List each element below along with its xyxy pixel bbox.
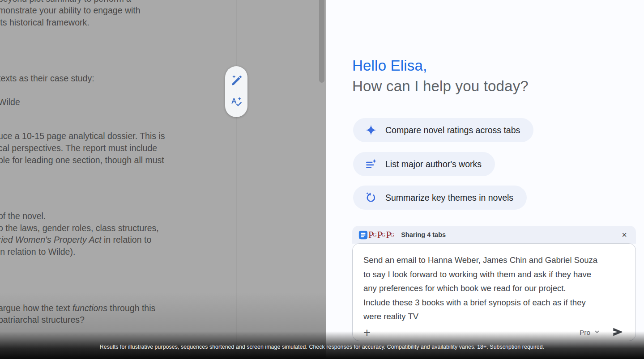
writing-tools-pill (225, 66, 247, 117)
spellcheck-spark-icon (230, 96, 243, 109)
prompt-text-line: Send an email to Hanna Weber, James Chin… (363, 253, 627, 267)
prompt-text-line: Include these 3 books with a brief synop… (363, 296, 627, 310)
gutenberg-favicon: PG (377, 230, 386, 240)
document-text-line: o the laws, gender roles, class structur… (0, 222, 159, 234)
suggestion-chip-compare-ratings[interactable]: Compare novel ratings across tabs (353, 118, 533, 142)
prompt-input-card: Send an email to Hanna Weber, James Chin… (352, 243, 636, 341)
sharing-tabs-label: Sharing 4 tabs (401, 231, 446, 238)
gemini-spark-icon (365, 124, 377, 136)
shared-tab-favicons: PG PG PG (358, 230, 394, 240)
document-text-line: argue how the text functions through thi… (0, 302, 155, 314)
pencil-spark-icon (230, 74, 243, 88)
document-text-line: patriarchal structures? (0, 314, 85, 326)
document-text-line: its historical framework. (0, 17, 90, 29)
gemini-side-panel: Hello Elisa, How can I help you today? C… (326, 0, 644, 359)
dimmed-document-backdrop: beyond plot summary to perform a monstra… (0, 0, 326, 359)
close-icon[interactable]: × (621, 230, 628, 239)
document-text-line: ble for leading one section, though all … (0, 154, 164, 166)
gutenberg-favicon: PG (368, 230, 377, 240)
document-scrollbar-thumb[interactable] (319, 0, 324, 83)
document-text-line: ried Women's Property Act in relation to (0, 234, 151, 246)
prompt-text-line: were reality TV (363, 309, 627, 324)
document-text-line: of the novel. (0, 210, 46, 222)
suggestion-chip-summarize-themes[interactable]: Summarize key themes in novels (353, 186, 527, 210)
disclaimer-text: Results for illustrative purposes, seque… (0, 344, 644, 350)
proofread-button[interactable] (230, 96, 243, 109)
document-page-divider (236, 0, 237, 359)
prompt-textarea[interactable]: Send an email to Hanna Weber, James Chin… (363, 253, 627, 324)
prompt-text-line: any preferences for which book we read f… (363, 281, 627, 296)
document-text-line: in relation to Wilde). (0, 246, 75, 258)
disclaimer-bar: Results for illustrative purposes, seque… (0, 331, 644, 359)
document-text-line: texts as their case study: (0, 72, 94, 84)
document-text-line: cal perspectives. The report must includ… (0, 142, 157, 154)
suggestion-chip-list-works[interactable]: List major author's works (353, 152, 495, 176)
sharing-tabs-bar: PG PG PG Sharing 4 tabs × (352, 226, 636, 244)
greeting: Hello Elisa, How can I help you today? (352, 55, 529, 97)
greeting-question: How can I help you today? (352, 76, 529, 97)
prompt-text-line: to say I look forward to working with th… (363, 267, 627, 282)
document-text-line: Wilde (0, 96, 20, 108)
refresh-spark-icon (365, 192, 377, 204)
gutenberg-favicon: PG (386, 230, 394, 240)
document-text-line: uce a 10-15 page analytical dossier. Thi… (0, 130, 165, 142)
help-me-write-button[interactable] (230, 75, 243, 87)
google-docs-favicon (358, 230, 368, 240)
greeting-name: Hello Elisa, (352, 55, 529, 76)
list-spark-icon (365, 158, 377, 170)
document-text-line: monstrate your ability to engage with (0, 4, 141, 17)
